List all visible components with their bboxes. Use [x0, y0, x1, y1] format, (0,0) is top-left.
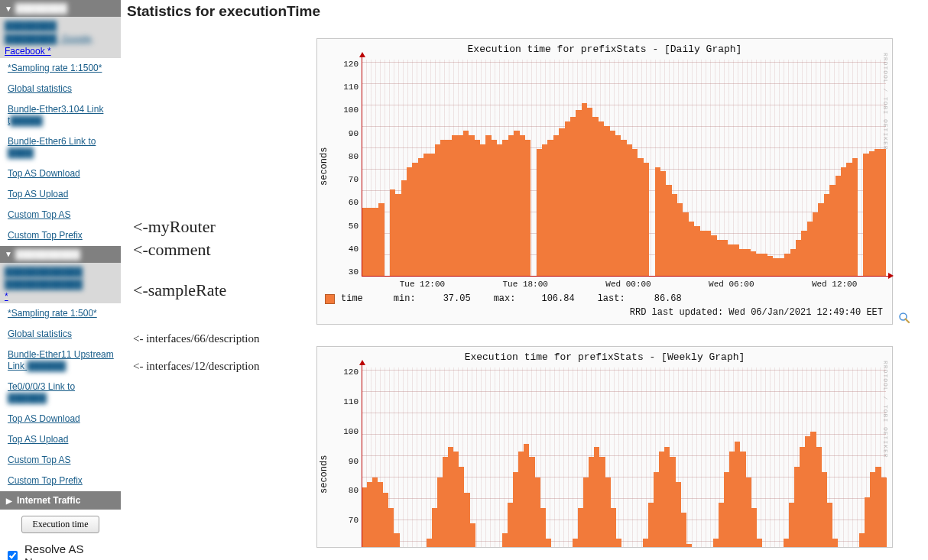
sidebar: ▼ ████████ ████████ ████████, Google, Fa… [0, 0, 121, 560]
annot-myrouter: <-myRouter [133, 215, 316, 238]
section-title-blurred: ████████ [15, 3, 67, 14]
sidebar-item[interactable]: *Sampling rate 1:500* [0, 303, 121, 324]
daily-graph: RRDTOOL / TOBI OETIKER Execution time fo… [316, 38, 893, 325]
zoom-icon[interactable] [897, 311, 911, 325]
sidebar-item[interactable]: *Sampling rate 1:1500* [0, 58, 121, 79]
sidebar-item[interactable]: Custom Top AS [0, 450, 121, 471]
resolve-as-names-label: Resolve AS Names [24, 542, 121, 560]
legend-last: 86.68 [654, 293, 682, 304]
sidebar-item[interactable]: Top AS Download [0, 163, 121, 184]
sidebar-section-header-2[interactable]: ▼ ██████████ [0, 246, 121, 263]
sidebar-item[interactable]: Top AS Download [0, 409, 121, 429]
section-title-blurred: ██████████ [15, 249, 80, 260]
resolve-as-names-checkbox[interactable]: Resolve AS Names [0, 538, 121, 560]
sidebar-item[interactable]: Custom Top Prefix [0, 225, 121, 246]
sidebar-item-label: Internet Traffic [17, 495, 80, 506]
execution-time-button[interactable]: Execution time [21, 516, 100, 533]
graph-title-weekly: Execution time for prefixStats - [Weekly… [317, 347, 892, 364]
annotation-column: . <-myRouter <-comment <-sampleRate <- i… [121, 0, 316, 380]
y-axis-label: seconds [317, 57, 331, 277]
sidebar-item[interactable]: Bundle-Ether3.104 Link t█████ [0, 99, 121, 131]
sidebar-item[interactable]: Top AS Upload [0, 184, 121, 205]
play-icon: ▶ [6, 497, 12, 505]
chevron-down-icon: ▼ [5, 5, 12, 13]
sidebar-item[interactable]: Global statistics [0, 324, 121, 345]
graph-title-daily: Execution time for prefixStats - [Daily … [317, 39, 892, 57]
sidebar-item[interactable]: Bundle-Ether6 Link to ████ [0, 131, 121, 163]
y-axis-label: seconds [317, 364, 331, 548]
annot-samplerate: <-sampleRate [133, 279, 316, 302]
legend-max: 106.84 [541, 293, 574, 304]
legend-row: time min: 37.05 max: 106.84 last: 86.68 [317, 289, 892, 307]
main-content: Statistics for executionTime RRDTOOL / T… [316, 0, 928, 548]
page-title: Statistics for executionTime [127, 3, 919, 20]
sidebar-item[interactable]: Te0/0/0/3 Link to ██████ [0, 377, 121, 409]
chevron-down-icon: ▼ [5, 250, 12, 258]
annot-iface12: <- interfaces/12/description [133, 352, 316, 380]
annot-iface66: <- interfaces/66/description [133, 325, 316, 352]
sidebar-item[interactable]: Bundle-Ether11 Upstream Link ██████ [0, 345, 121, 377]
sidebar-item-internet-traffic[interactable]: ▶ Internet Traffic [0, 491, 121, 510]
sidebar-item[interactable]: Global statistics [0, 79, 121, 99]
svg-line-1 [906, 319, 910, 323]
weekly-graph: RRDTOOL / TOBI OETIKER Execution time fo… [316, 346, 893, 548]
sidebar-list-1: *Sampling rate 1:1500*Global statisticsB… [0, 58, 121, 246]
legend-name: time [341, 293, 363, 304]
sidebar-list-2: *Sampling rate 1:500*Global statisticsBu… [0, 303, 121, 491]
panel-link-facebook[interactable]: Facebook * [5, 46, 51, 57]
sidebar-panel-2: ████████████ ████████████ * [0, 263, 121, 304]
panel-link-star[interactable]: * [5, 291, 8, 302]
legend-min: 37.05 [443, 293, 471, 304]
sidebar-item[interactable]: Custom Top Prefix [0, 471, 121, 491]
legend-swatch [325, 294, 335, 304]
annot-comment: <-comment [133, 238, 316, 261]
sidebar-item[interactable]: Custom Top AS [0, 205, 121, 225]
sidebar-item[interactable]: Top AS Upload [0, 429, 121, 450]
resolve-as-names-input[interactable] [8, 551, 18, 560]
sidebar-section-header-1[interactable]: ▼ ████████ [0, 0, 121, 17]
rrd-last-updated: RRD last updated: Wed 06/Jan/2021 12:49:… [317, 307, 892, 324]
sidebar-panel-1: ████████ ████████, Google, Facebook * [0, 17, 121, 58]
